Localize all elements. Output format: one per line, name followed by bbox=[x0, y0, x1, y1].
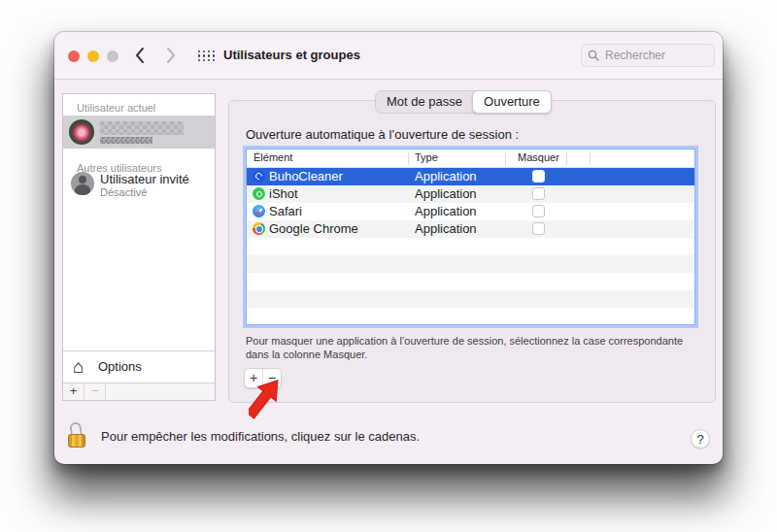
guest-user-status: Désactivé bbox=[100, 186, 147, 198]
column-divider bbox=[590, 151, 591, 165]
column-header-element[interactable]: Élément bbox=[253, 151, 292, 163]
search-field[interactable] bbox=[581, 44, 715, 67]
add-login-item-button[interactable]: + bbox=[245, 369, 263, 387]
app-name: iShot bbox=[269, 186, 298, 201]
app-name: Google Chrome bbox=[269, 221, 358, 236]
column-header-type[interactable]: Type bbox=[415, 151, 438, 163]
app-type: Application bbox=[415, 169, 477, 183]
masquer-checkbox[interactable] bbox=[532, 187, 545, 200]
help-button[interactable]: ? bbox=[691, 429, 710, 449]
table-rows: BuhoCleaner Application iShot Applicatio… bbox=[247, 168, 694, 325]
login-items-add-remove: + − bbox=[244, 368, 282, 388]
search-icon bbox=[588, 50, 599, 61]
table-row-ishot[interactable]: iShot Application bbox=[247, 185, 694, 203]
app-type: Application bbox=[415, 204, 477, 218]
page-title: Utilisateurs et groupes bbox=[223, 48, 360, 62]
tab-bar: Mot de passe Ouverture bbox=[375, 90, 552, 114]
panel-heading: Ouverture automatique à l’ouverture de s… bbox=[246, 127, 519, 142]
sidebar-item-guest-user[interactable]: Utilisateur invité Désactivé bbox=[63, 170, 215, 201]
sidebar-add-remove-bar: + − bbox=[63, 382, 215, 400]
tab-ouverture[interactable]: Ouverture bbox=[472, 90, 552, 114]
add-user-button[interactable]: + bbox=[63, 383, 84, 400]
column-divider bbox=[505, 151, 506, 165]
table-row-safari[interactable]: Safari Application bbox=[247, 203, 694, 220]
login-items-table: Élément Type Masquer BuhoCleaner Applica… bbox=[246, 149, 695, 325]
guest-user-name: Utilisateur invité bbox=[100, 172, 189, 186]
masquer-checkbox[interactable] bbox=[532, 170, 545, 183]
avatar bbox=[69, 119, 94, 145]
search-input[interactable] bbox=[603, 48, 704, 63]
redacted-username bbox=[100, 121, 184, 135]
sidebar-item-current-user[interactable] bbox=[63, 116, 215, 149]
show-all-grid-icon[interactable] bbox=[197, 50, 216, 62]
masquer-help-text: Pour masquer une application à l’ouvertu… bbox=[246, 334, 708, 361]
column-header-masquer[interactable]: Masquer bbox=[518, 151, 559, 163]
pm-bar-filler bbox=[106, 383, 215, 400]
minimize-button[interactable] bbox=[87, 50, 99, 62]
lock-body bbox=[68, 434, 85, 448]
table-row-google-chrome[interactable]: Google Chrome Application bbox=[247, 220, 694, 238]
preferences-window: Utilisateurs et groupes Utilisateur actu… bbox=[54, 32, 723, 464]
table-row-buhocleaner[interactable]: BuhoCleaner Application bbox=[247, 168, 694, 185]
chrome-app-icon bbox=[253, 222, 265, 235]
remove-login-item-button[interactable]: − bbox=[263, 369, 281, 387]
ishot-app-icon bbox=[253, 187, 265, 200]
redacted-user-role bbox=[100, 137, 152, 144]
column-divider bbox=[566, 151, 567, 165]
remove-user-button[interactable]: − bbox=[84, 383, 106, 400]
masquer-checkbox[interactable] bbox=[532, 205, 545, 217]
forward-chevron-icon[interactable] bbox=[165, 47, 177, 64]
lock-help-text: Pour empêcher les modifications, cliquez… bbox=[101, 429, 420, 444]
options-label: Options bbox=[98, 359, 142, 374]
guest-avatar-icon bbox=[71, 172, 94, 195]
back-chevron-icon[interactable] bbox=[134, 47, 146, 64]
app-type: Application bbox=[415, 186, 477, 201]
users-sidebar: Utilisateur actuel Autres utilisateurs U… bbox=[62, 93, 216, 401]
app-name: BuhoCleaner bbox=[269, 169, 343, 183]
tab-mot-de-passe[interactable]: Mot de passe bbox=[376, 91, 473, 113]
login-items-panel: Ouverture automatique à l’ouverture de s… bbox=[228, 100, 716, 403]
options-button[interactable]: ⌂ Options bbox=[63, 350, 215, 383]
safari-app-icon bbox=[253, 205, 265, 217]
title-bar: Utilisateurs et groupes bbox=[54, 32, 723, 80]
masquer-checkbox[interactable] bbox=[532, 222, 545, 235]
zoom-button-disabled bbox=[107, 50, 118, 62]
buhocleaner-app-icon bbox=[253, 170, 265, 183]
close-button[interactable] bbox=[68, 50, 80, 62]
app-name: Safari bbox=[269, 204, 302, 218]
lock-icon[interactable] bbox=[68, 422, 87, 451]
current-user-section-label: Utilisateur actuel bbox=[63, 94, 215, 114]
table-header: Élément Type Masquer bbox=[247, 150, 694, 168]
app-type: Application bbox=[415, 221, 477, 236]
column-divider bbox=[408, 151, 409, 165]
home-icon: ⌂ bbox=[73, 355, 84, 379]
